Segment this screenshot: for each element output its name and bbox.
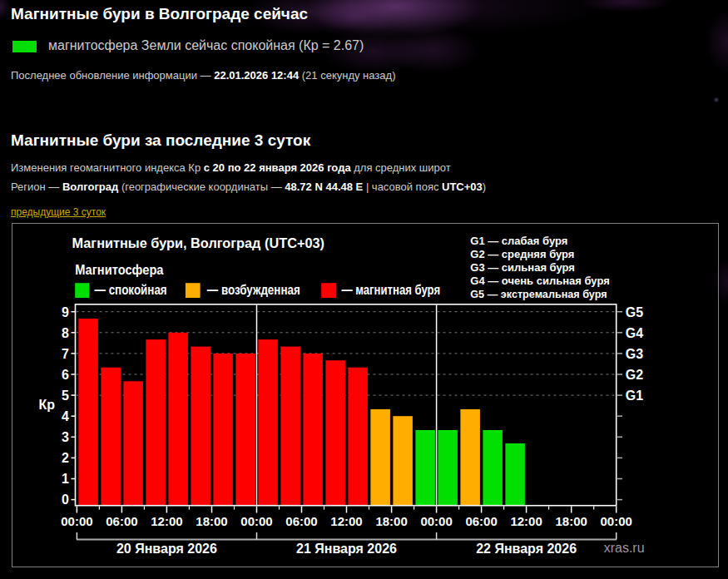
svg-text:12:00: 12:00: [151, 514, 182, 528]
svg-text:9: 9: [62, 305, 69, 319]
svg-text:G2: G2: [626, 368, 643, 382]
svg-text:20 Января 2026: 20 Января 2026: [116, 542, 217, 556]
svg-text:G3: G3: [626, 347, 643, 361]
svg-text:G1 — слабая буря: G1 — слабая буря: [470, 235, 567, 247]
svg-text:6: 6: [62, 368, 69, 382]
svg-text:G3 — сильная буря: G3 — сильная буря: [470, 261, 575, 274]
svg-text:18:00: 18:00: [556, 514, 587, 528]
svg-text:12:00: 12:00: [330, 514, 362, 528]
svg-text:22 Января 2026: 22 Января 2026: [476, 542, 577, 556]
svg-text:06:00: 06:00: [285, 514, 317, 528]
svg-text:7: 7: [62, 347, 69, 361]
svg-text:06:00: 06:00: [106, 514, 137, 528]
svg-text:00:00: 00:00: [420, 514, 452, 528]
svg-text:G5: G5: [626, 305, 643, 319]
svg-text:12:00: 12:00: [510, 514, 542, 528]
svg-text:— спокойная: — спокойная: [95, 283, 167, 297]
svg-text:G1: G1: [626, 388, 643, 403]
svg-text:8: 8: [62, 326, 69, 340]
svg-text:0: 0: [62, 492, 69, 507]
svg-text:xras.ru: xras.ru: [604, 541, 645, 555]
svg-text:5: 5: [62, 388, 69, 403]
svg-text:18:00: 18:00: [196, 514, 227, 528]
svg-text:00:00: 00:00: [601, 514, 632, 528]
svg-text:Магнитные бури, Волгоград (UTC: Магнитные бури, Волгоград (UTC+03): [72, 236, 325, 250]
svg-text:G2 — средняя буря: G2 — средняя буря: [470, 248, 574, 260]
svg-text:— магнитная буря: — магнитная буря: [341, 283, 440, 297]
svg-text:00:00: 00:00: [61, 514, 92, 528]
svg-text:00:00: 00:00: [240, 514, 272, 528]
svg-text:Кр: Кр: [38, 398, 55, 412]
svg-text:2: 2: [62, 451, 69, 465]
svg-text:3: 3: [62, 430, 69, 444]
svg-text:1: 1: [62, 472, 69, 486]
svg-text:— возбужденная: — возбужденная: [207, 283, 300, 297]
svg-text:4: 4: [62, 409, 69, 423]
svg-text:21 Января 2026: 21 Января 2026: [296, 542, 397, 556]
svg-text:06:00: 06:00: [465, 514, 497, 528]
svg-text:Магнитосфера: Магнитосфера: [75, 263, 163, 277]
svg-text:G4: G4: [626, 326, 643, 340]
svg-text:G4 — очень сильная буря: G4 — очень сильная буря: [470, 275, 609, 287]
svg-text:G5 — экстремальная буря: G5 — экстремальная буря: [470, 288, 607, 300]
svg-text:18:00: 18:00: [375, 514, 407, 528]
